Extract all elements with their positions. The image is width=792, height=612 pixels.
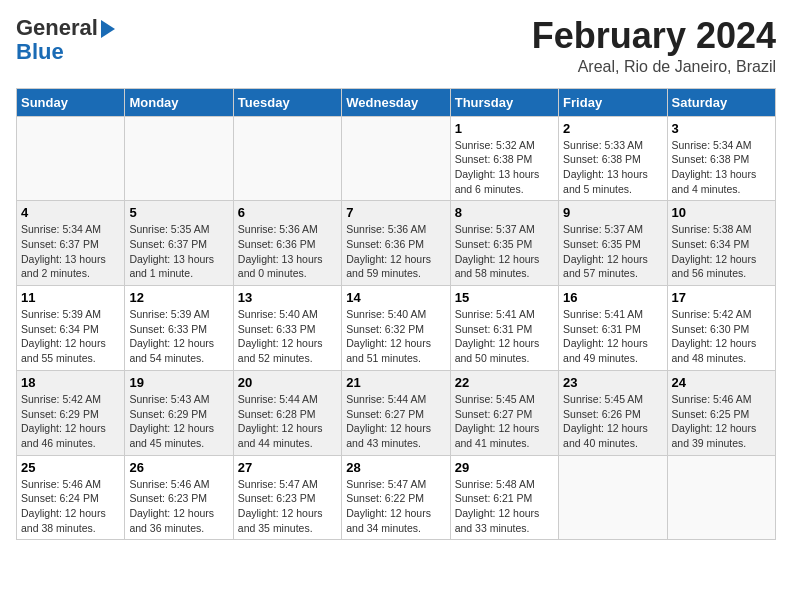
day-cell: 27Sunrise: 5:47 AMSunset: 6:23 PMDayligh… — [233, 455, 341, 540]
day-cell: 16Sunrise: 5:41 AMSunset: 6:31 PMDayligh… — [559, 286, 667, 371]
day-number: 7 — [346, 205, 445, 220]
day-cell — [667, 455, 775, 540]
day-cell — [342, 116, 450, 201]
day-number: 24 — [672, 375, 771, 390]
day-cell — [17, 116, 125, 201]
day-cell: 21Sunrise: 5:44 AMSunset: 6:27 PMDayligh… — [342, 370, 450, 455]
day-cell: 17Sunrise: 5:42 AMSunset: 6:30 PMDayligh… — [667, 286, 775, 371]
day-cell: 3Sunrise: 5:34 AMSunset: 6:38 PMDaylight… — [667, 116, 775, 201]
day-info: Sunrise: 5:46 AMSunset: 6:24 PMDaylight:… — [21, 477, 120, 536]
day-number: 21 — [346, 375, 445, 390]
day-number: 19 — [129, 375, 228, 390]
day-cell — [559, 455, 667, 540]
day-info: Sunrise: 5:37 AMSunset: 6:35 PMDaylight:… — [455, 222, 554, 281]
calendar-title: February 2024 — [532, 16, 776, 56]
day-number: 13 — [238, 290, 337, 305]
day-cell: 9Sunrise: 5:37 AMSunset: 6:35 PMDaylight… — [559, 201, 667, 286]
day-info: Sunrise: 5:46 AMSunset: 6:25 PMDaylight:… — [672, 392, 771, 451]
day-number: 20 — [238, 375, 337, 390]
day-cell: 10Sunrise: 5:38 AMSunset: 6:34 PMDayligh… — [667, 201, 775, 286]
day-number: 15 — [455, 290, 554, 305]
day-cell: 25Sunrise: 5:46 AMSunset: 6:24 PMDayligh… — [17, 455, 125, 540]
day-cell: 18Sunrise: 5:42 AMSunset: 6:29 PMDayligh… — [17, 370, 125, 455]
day-info: Sunrise: 5:38 AMSunset: 6:34 PMDaylight:… — [672, 222, 771, 281]
day-cell: 4Sunrise: 5:34 AMSunset: 6:37 PMDaylight… — [17, 201, 125, 286]
day-number: 6 — [238, 205, 337, 220]
day-cell: 8Sunrise: 5:37 AMSunset: 6:35 PMDaylight… — [450, 201, 558, 286]
day-number: 3 — [672, 121, 771, 136]
day-number: 11 — [21, 290, 120, 305]
day-cell: 23Sunrise: 5:45 AMSunset: 6:26 PMDayligh… — [559, 370, 667, 455]
page-header: General Blue February 2024 Areal, Rio de… — [16, 16, 776, 76]
day-cell: 2Sunrise: 5:33 AMSunset: 6:38 PMDaylight… — [559, 116, 667, 201]
header-sunday: Sunday — [17, 88, 125, 116]
week-row-3: 11Sunrise: 5:39 AMSunset: 6:34 PMDayligh… — [17, 286, 776, 371]
day-cell: 15Sunrise: 5:41 AMSunset: 6:31 PMDayligh… — [450, 286, 558, 371]
day-cell — [125, 116, 233, 201]
logo-general: General — [16, 15, 98, 40]
week-row-1: 1Sunrise: 5:32 AMSunset: 6:38 PMDaylight… — [17, 116, 776, 201]
day-number: 27 — [238, 460, 337, 475]
day-info: Sunrise: 5:45 AMSunset: 6:26 PMDaylight:… — [563, 392, 662, 451]
logo: General Blue — [16, 16, 115, 64]
day-cell: 24Sunrise: 5:46 AMSunset: 6:25 PMDayligh… — [667, 370, 775, 455]
day-number: 22 — [455, 375, 554, 390]
calendar-table: Sunday Monday Tuesday Wednesday Thursday… — [16, 88, 776, 541]
day-cell: 19Sunrise: 5:43 AMSunset: 6:29 PMDayligh… — [125, 370, 233, 455]
day-info: Sunrise: 5:36 AMSunset: 6:36 PMDaylight:… — [346, 222, 445, 281]
day-cell: 26Sunrise: 5:46 AMSunset: 6:23 PMDayligh… — [125, 455, 233, 540]
day-number: 29 — [455, 460, 554, 475]
logo-blue: Blue — [16, 40, 115, 64]
day-info: Sunrise: 5:35 AMSunset: 6:37 PMDaylight:… — [129, 222, 228, 281]
day-info: Sunrise: 5:42 AMSunset: 6:30 PMDaylight:… — [672, 307, 771, 366]
day-cell: 7Sunrise: 5:36 AMSunset: 6:36 PMDaylight… — [342, 201, 450, 286]
calendar-subtitle: Areal, Rio de Janeiro, Brazil — [532, 58, 776, 76]
header-wednesday: Wednesday — [342, 88, 450, 116]
calendar-header-row: Sunday Monday Tuesday Wednesday Thursday… — [17, 88, 776, 116]
day-info: Sunrise: 5:41 AMSunset: 6:31 PMDaylight:… — [563, 307, 662, 366]
day-number: 4 — [21, 205, 120, 220]
week-row-2: 4Sunrise: 5:34 AMSunset: 6:37 PMDaylight… — [17, 201, 776, 286]
day-number: 16 — [563, 290, 662, 305]
day-cell: 20Sunrise: 5:44 AMSunset: 6:28 PMDayligh… — [233, 370, 341, 455]
day-info: Sunrise: 5:44 AMSunset: 6:28 PMDaylight:… — [238, 392, 337, 451]
day-number: 8 — [455, 205, 554, 220]
day-info: Sunrise: 5:48 AMSunset: 6:21 PMDaylight:… — [455, 477, 554, 536]
day-number: 23 — [563, 375, 662, 390]
day-info: Sunrise: 5:37 AMSunset: 6:35 PMDaylight:… — [563, 222, 662, 281]
day-cell: 5Sunrise: 5:35 AMSunset: 6:37 PMDaylight… — [125, 201, 233, 286]
day-info: Sunrise: 5:42 AMSunset: 6:29 PMDaylight:… — [21, 392, 120, 451]
day-cell: 14Sunrise: 5:40 AMSunset: 6:32 PMDayligh… — [342, 286, 450, 371]
title-section: February 2024 Areal, Rio de Janeiro, Bra… — [532, 16, 776, 76]
day-cell — [233, 116, 341, 201]
day-info: Sunrise: 5:39 AMSunset: 6:33 PMDaylight:… — [129, 307, 228, 366]
day-info: Sunrise: 5:47 AMSunset: 6:23 PMDaylight:… — [238, 477, 337, 536]
header-saturday: Saturday — [667, 88, 775, 116]
day-cell: 22Sunrise: 5:45 AMSunset: 6:27 PMDayligh… — [450, 370, 558, 455]
day-info: Sunrise: 5:34 AMSunset: 6:38 PMDaylight:… — [672, 138, 771, 197]
day-cell: 6Sunrise: 5:36 AMSunset: 6:36 PMDaylight… — [233, 201, 341, 286]
day-cell: 29Sunrise: 5:48 AMSunset: 6:21 PMDayligh… — [450, 455, 558, 540]
day-number: 10 — [672, 205, 771, 220]
day-number: 2 — [563, 121, 662, 136]
header-thursday: Thursday — [450, 88, 558, 116]
week-row-4: 18Sunrise: 5:42 AMSunset: 6:29 PMDayligh… — [17, 370, 776, 455]
day-number: 12 — [129, 290, 228, 305]
day-number: 18 — [21, 375, 120, 390]
day-info: Sunrise: 5:41 AMSunset: 6:31 PMDaylight:… — [455, 307, 554, 366]
day-info: Sunrise: 5:40 AMSunset: 6:33 PMDaylight:… — [238, 307, 337, 366]
header-tuesday: Tuesday — [233, 88, 341, 116]
header-friday: Friday — [559, 88, 667, 116]
day-number: 17 — [672, 290, 771, 305]
logo-arrow-icon — [101, 20, 115, 38]
day-info: Sunrise: 5:33 AMSunset: 6:38 PMDaylight:… — [563, 138, 662, 197]
day-info: Sunrise: 5:36 AMSunset: 6:36 PMDaylight:… — [238, 222, 337, 281]
day-number: 26 — [129, 460, 228, 475]
day-number: 25 — [21, 460, 120, 475]
day-number: 28 — [346, 460, 445, 475]
day-info: Sunrise: 5:46 AMSunset: 6:23 PMDaylight:… — [129, 477, 228, 536]
header-monday: Monday — [125, 88, 233, 116]
day-info: Sunrise: 5:40 AMSunset: 6:32 PMDaylight:… — [346, 307, 445, 366]
day-number: 9 — [563, 205, 662, 220]
day-cell: 28Sunrise: 5:47 AMSunset: 6:22 PMDayligh… — [342, 455, 450, 540]
